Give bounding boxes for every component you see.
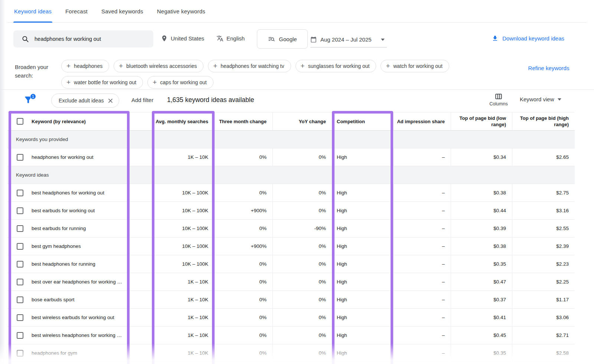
ad-impression-share-cell: – — [394, 184, 451, 201]
row-checkbox[interactable] — [17, 207, 23, 214]
date-range-selector[interactable]: Aug 2024 – Jul 2025 — [310, 32, 387, 47]
keyword-cell: best earbuds for working out — [7, 202, 129, 219]
filter-button[interactable]: 1 — [23, 95, 35, 107]
columns-icon — [495, 92, 503, 101]
broaden-chip-sunglasses-for-working-out[interactable]: +sunglasses for working out — [296, 60, 376, 72]
broaden-chip-caps-for-working-out[interactable]: +caps for working out — [147, 76, 213, 89]
broaden-chip-watch-for-working-out[interactable]: +watch for working out — [381, 60, 449, 72]
keyword-cell: best wireless earbuds for working out — [7, 309, 129, 326]
table-row: headphones for gym1K – 10K0%0%High–$0.35… — [7, 344, 575, 362]
spacer-cell — [129, 220, 152, 237]
tab-negative-keywords[interactable]: Negative keywords — [157, 0, 205, 23]
keyword-text: best earbuds for working out — [32, 208, 95, 213]
table-row: best earbuds for working out10K – 100K+9… — [7, 202, 575, 220]
keyword-cell: best over ear headphones for working … — [7, 273, 129, 291]
spacer-cell — [129, 237, 152, 255]
keyword-ideas-count: 1,635 keyword ideas available — [167, 96, 254, 104]
add-filter-button[interactable]: Add filter — [131, 97, 153, 103]
table-body: Keywords you providedheadphones for work… — [7, 131, 575, 362]
row-checkbox[interactable] — [17, 332, 23, 339]
yoy-change-cell: 0% — [273, 184, 332, 201]
keyword-text: best gym headphones — [32, 243, 81, 249]
table-row: best headphones for working out10K – 100… — [7, 184, 575, 202]
tab-saved-keywords[interactable]: Saved keywords — [101, 0, 143, 23]
download-icon — [492, 35, 499, 42]
spacer-cell — [129, 255, 152, 273]
keywords-table: Keyword (by relevance) Avg. monthly sear… — [7, 112, 575, 362]
broaden-chip-headphones[interactable]: +headphones — [61, 60, 109, 72]
columns-label: Columns — [486, 101, 511, 106]
competition-cell: High — [332, 344, 394, 362]
keyword-view-dropdown[interactable]: Keyword view — [520, 96, 561, 102]
table-row: best gym headphones10K – 100K+900%0%High… — [7, 237, 575, 255]
header-three-month-change[interactable]: Three month change — [215, 112, 273, 130]
header-spacer — [129, 112, 152, 130]
keyword-cell: headphones for working out — [7, 148, 129, 166]
avg-monthly-searches-cell: 1K – 10K — [152, 148, 215, 166]
search-icon — [22, 35, 29, 43]
columns-button[interactable]: Columns — [486, 92, 511, 106]
row-checkbox[interactable] — [17, 190, 23, 196]
close-icon[interactable] — [108, 98, 113, 103]
spacer-cell — [129, 202, 152, 219]
tab-keyword-ideas[interactable]: Keyword ideas — [14, 0, 52, 23]
broaden-chip-headphones-for-watching-tv[interactable]: +headphones for watching tv — [208, 60, 291, 72]
network-label: Google — [279, 36, 297, 42]
exclude-chip-label: Exclude adult ideas — [59, 98, 104, 104]
plus-icon: + — [119, 62, 123, 69]
filter-bar: 1 Exclude adult ideas Add filter 1,635 k… — [0, 90, 594, 112]
download-keyword-ideas-button[interactable]: Download keyword ideas — [492, 35, 564, 42]
controls-row: headphones for working out United States… — [0, 29, 594, 50]
row-checkbox[interactable] — [17, 243, 23, 250]
broaden-chip-bluetooth-wireless-accessories[interactable]: +bluetooth wireless accessories — [114, 60, 203, 72]
header-yoy-change[interactable]: YoY change — [273, 112, 332, 130]
bid-low-cell: $0.38 — [451, 237, 512, 255]
row-checkbox[interactable] — [17, 350, 23, 357]
broaden-chip-water-bottle-for-working-out[interactable]: +water bottle for working out — [61, 76, 143, 89]
spacer-cell — [129, 309, 152, 326]
row-checkbox[interactable] — [17, 225, 23, 232]
location-selector[interactable]: United States — [161, 35, 204, 42]
keyword-view-label: Keyword view — [520, 96, 554, 102]
competition-cell: High — [332, 273, 394, 291]
row-checkbox[interactable] — [17, 261, 23, 268]
three-month-change-cell: 0% — [215, 273, 273, 291]
network-selector[interactable]: Google — [257, 29, 308, 49]
row-checkbox[interactable] — [17, 296, 23, 303]
bid-low-cell: $0.41 — [451, 309, 512, 326]
bid-low-cell: $0.39 — [451, 220, 512, 237]
exclude-adult-ideas-chip[interactable]: Exclude adult ideas — [51, 94, 119, 108]
table-row: best wireless headphones for working …1K… — [7, 327, 575, 344]
competition-cell: High — [332, 202, 394, 219]
select-all-checkbox[interactable] — [17, 118, 23, 125]
header-ad-impression-share[interactable]: Ad impression share — [394, 112, 451, 130]
plus-icon: + — [153, 79, 157, 86]
row-checkbox[interactable] — [17, 154, 23, 161]
yoy-change-cell: 0% — [273, 309, 332, 326]
header-competition[interactable]: Competition — [332, 112, 394, 130]
bid-high-cell: $2.58 — [512, 344, 575, 362]
header-avg-monthly-searches[interactable]: Avg. monthly searches — [152, 112, 215, 130]
keyword-search-input[interactable]: headphones for working out — [13, 30, 153, 47]
language-selector[interactable]: English — [216, 35, 245, 42]
keyword-text: headphones for gym — [32, 350, 77, 356]
spacer-cell — [129, 184, 152, 201]
chip-label: sunglasses for working out — [308, 63, 370, 69]
keyword-cell: best headphones for working out — [7, 184, 129, 201]
left-edge-shade — [0, 0, 5, 364]
keyword-cell: best earbuds for running — [7, 220, 129, 237]
header-bid-low[interactable]: Top of page bid (low range) — [451, 112, 512, 130]
row-checkbox[interactable] — [17, 314, 23, 321]
yoy-change-cell: 0% — [273, 237, 332, 255]
table-row: best earbuds for running10K – 100K0%-90%… — [7, 220, 575, 237]
table-row: best over ear headphones for working …1K… — [7, 273, 575, 291]
refine-keywords-button[interactable]: Refine keywords — [528, 64, 569, 72]
header-bid-high[interactable]: Top of page bid (high range) — [512, 112, 575, 130]
spacer-cell — [129, 344, 152, 362]
tab-forecast[interactable]: Forecast — [65, 0, 88, 23]
bid-low-cell: $0.35 — [451, 344, 512, 362]
ad-impression-share-cell: – — [394, 255, 451, 273]
bid-high-cell: $3.06 — [512, 309, 575, 326]
chip-label: headphones — [74, 63, 102, 69]
row-checkbox[interactable] — [17, 279, 23, 285]
